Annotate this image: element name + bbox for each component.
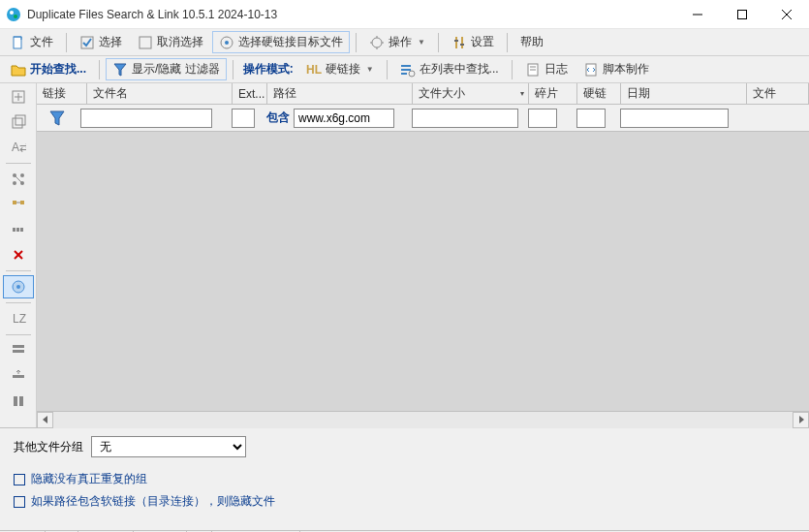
svg-text:A⇄: A⇄ [12, 141, 26, 154]
filter-date-input[interactable] [620, 109, 729, 128]
settings-button[interactable]: 设置 [445, 31, 501, 53]
separator [66, 33, 67, 52]
svg-point-1 [10, 11, 14, 15]
start-search-button[interactable]: 开始查找... [4, 58, 93, 80]
col-path[interactable]: 路径 [267, 83, 413, 104]
col-fragment[interactable]: 碎片 [529, 83, 577, 104]
sidebar-btn-11[interactable] [3, 364, 34, 388]
horizontal-scrollbar[interactable] [37, 411, 809, 427]
svg-point-46 [16, 285, 20, 289]
col-file[interactable]: 文件 [747, 83, 809, 104]
file-menu-label: 文件 [30, 34, 53, 50]
svg-point-21 [409, 71, 415, 77]
scroll-right-arrow[interactable] [793, 412, 809, 428]
app-icon [6, 7, 21, 22]
filter-funnel-icon[interactable] [37, 110, 78, 127]
col-hardlink[interactable]: 硬链 [577, 83, 621, 104]
hide-no-dup-checkbox[interactable]: 隐藏没有真正重复的组 [14, 471, 795, 487]
filter-filename-input[interactable] [80, 109, 212, 128]
left-sidebar: A⇄ LZ [0, 83, 37, 427]
log-button[interactable]: 日志 [518, 58, 575, 80]
separator [356, 33, 357, 52]
svg-rect-49 [13, 350, 24, 353]
scroll-track[interactable] [53, 412, 793, 428]
separator [507, 33, 508, 52]
scroll-left-arrow[interactable] [37, 412, 53, 428]
other-group-select[interactable]: 无 [91, 436, 246, 457]
filter-hardlink-input[interactable] [576, 109, 606, 128]
search-in-list-button[interactable]: 在列表中查找... [393, 58, 506, 80]
sidebar-btn-10[interactable] [3, 339, 34, 362]
sidebar-btn-2[interactable] [3, 110, 34, 134]
filter-contains-label: 包含 [266, 110, 290, 126]
col-filesize[interactable]: 文件大小▾ [413, 83, 529, 104]
funnel-icon [112, 62, 128, 78]
toggle-filter-label: 显示/隐藏 过滤器 [132, 61, 220, 78]
sidebar-btn-12[interactable] [3, 390, 34, 413]
main-toolbar: 文件 选择 取消选择 选择硬链接目标文件 操作 ▼ 设置 帮助 [0, 29, 809, 56]
svg-point-2 [14, 15, 17, 18]
filter-ext-input[interactable] [232, 109, 255, 128]
svg-rect-15 [454, 40, 458, 42]
operate-menu[interactable]: 操作 ▼ [362, 31, 432, 53]
svg-rect-50 [13, 375, 24, 378]
col-filename[interactable]: 文件名 [87, 83, 233, 104]
file-menu[interactable]: 文件 [4, 31, 60, 53]
deselect-label: 取消选择 [157, 34, 203, 50]
maximize-button[interactable] [720, 0, 764, 29]
sidebar-btn-8[interactable] [3, 275, 34, 298]
table-body [37, 132, 809, 411]
hardlink-mode-button[interactable]: HL 硬链接 ▼ [299, 58, 381, 80]
svg-rect-30 [16, 115, 25, 125]
sidebar-btn-6[interactable] [3, 218, 34, 241]
script-icon [583, 62, 599, 78]
script-make-button[interactable]: 脚本制作 [576, 58, 656, 80]
hide-softlink-checkbox[interactable]: 如果路径包含软链接（目录连接），则隐藏文件 [14, 493, 795, 510]
separator [438, 33, 439, 52]
filter-fragment-input[interactable] [528, 109, 557, 128]
svg-rect-13 [455, 37, 457, 48]
svg-point-11 [225, 41, 229, 45]
select-hardlink-target-button[interactable]: 选择硬链接目标文件 [212, 31, 350, 53]
svg-text:LZ: LZ [13, 312, 26, 326]
deselect-button[interactable]: 取消选择 [131, 31, 210, 53]
col-link[interactable]: 链接 [37, 83, 87, 104]
svg-point-34 [13, 181, 16, 185]
sidebar-btn-5[interactable] [3, 193, 34, 216]
help-button[interactable]: 帮助 [513, 31, 550, 53]
select-menu[interactable]: 选择 [73, 31, 129, 53]
minimize-button[interactable] [675, 0, 720, 29]
work-area: A⇄ LZ 链接 文件名 Ext... 路径 文件大小▾ 碎片 硬链 日期 文件 [0, 83, 809, 427]
toggle-filter-button[interactable]: 显示/隐藏 过滤器 [106, 58, 227, 80]
hardlink-mode-label: 硬链接 [326, 61, 360, 78]
svg-rect-38 [20, 201, 24, 204]
svg-rect-29 [13, 118, 22, 128]
hardlink-icon: HL [306, 62, 322, 78]
separator [387, 60, 388, 79]
folder-search-icon [11, 62, 26, 78]
sidebar-btn-4[interactable] [3, 168, 34, 191]
filter-size-input[interactable] [412, 109, 518, 128]
close-button[interactable] [764, 0, 809, 29]
svg-rect-48 [13, 345, 24, 348]
deselect-icon [138, 35, 153, 50]
other-group-label: 其他文件分组 [14, 439, 83, 455]
chevron-down-icon: ▾ [520, 89, 524, 98]
sidebar-btn-7[interactable] [3, 243, 34, 266]
svg-rect-52 [19, 396, 23, 406]
log-label: 日志 [545, 61, 568, 78]
sidebar-btn-3[interactable]: A⇄ [3, 136, 34, 159]
file-icon [11, 35, 26, 50]
svg-point-12 [372, 38, 382, 47]
sidebar-btn-1[interactable] [3, 85, 34, 109]
svg-point-0 [7, 8, 20, 21]
sidebar-separator [6, 302, 31, 303]
svg-rect-20 [401, 73, 407, 75]
sidebar-btn-9[interactable]: LZ [3, 307, 34, 330]
select-hardlink-target-label: 选择硬链接目标文件 [238, 34, 343, 50]
col-date[interactable]: 日期 [621, 83, 747, 104]
filter-path-input[interactable] [294, 109, 394, 128]
col-ext[interactable]: Ext... [233, 83, 267, 104]
hide-softlink-label: 如果路径包含软链接（目录连接），则隐藏文件 [31, 493, 275, 510]
window-title: Duplicate Files Search & Link 10.5.1 202… [27, 8, 675, 21]
